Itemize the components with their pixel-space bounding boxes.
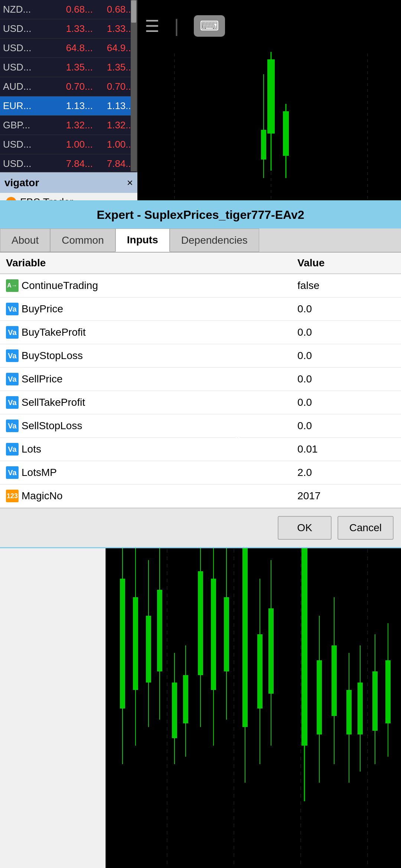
var-icon: Va xyxy=(6,349,19,362)
symbol-bid: 1.35... xyxy=(55,58,96,77)
ok-button[interactable]: OK xyxy=(278,516,331,540)
var-name: SellStopLoss xyxy=(22,420,82,432)
input-row: Va SellStopLoss 0.0 xyxy=(0,414,401,438)
symbol-name: AUD... xyxy=(0,77,55,96)
symbol-name: USD... xyxy=(0,39,55,58)
input-value[interactable]: 0.0 xyxy=(291,344,401,368)
svg-rect-29 xyxy=(198,571,203,675)
input-variable[interactable]: Va SellTakeProfit xyxy=(0,391,291,414)
symbol-row[interactable]: NZD... 0.68... 0.68... xyxy=(0,0,137,19)
input-value[interactable]: false xyxy=(291,274,401,297)
input-value[interactable]: 0.0 xyxy=(291,321,401,344)
svg-rect-4 xyxy=(267,59,275,134)
var-name: MagicNo xyxy=(22,490,62,502)
svg-rect-8 xyxy=(261,130,266,160)
navigator-title: vigator xyxy=(4,177,39,189)
input-variable[interactable]: Va BuyStopLoss xyxy=(0,344,291,368)
input-row: 123 MagicNo 2017 xyxy=(0,484,401,508)
expert-dialog-body: Variable Value A→ ContinueTrading false … xyxy=(0,253,401,508)
symbol-bid: 0.68... xyxy=(55,0,96,19)
svg-rect-19 xyxy=(133,597,138,690)
input-value[interactable]: 2017 xyxy=(291,484,401,508)
var-icon: Va xyxy=(6,326,19,339)
svg-rect-45 xyxy=(332,645,337,716)
symbol-row[interactable]: USD... 1.33... 1.33... xyxy=(0,19,137,39)
symbol-name: NZD... xyxy=(0,0,55,19)
input-value[interactable]: 0.01 xyxy=(291,438,401,461)
var-icon: Va xyxy=(6,420,19,432)
symbol-name: USD... xyxy=(0,58,55,77)
svg-rect-25 xyxy=(172,683,177,738)
svg-rect-6 xyxy=(283,111,289,156)
input-variable[interactable]: A→ ContinueTrading xyxy=(0,274,291,297)
var-icon: 123 xyxy=(6,490,19,502)
symbol-row[interactable]: AUD... 0.70... 0.70... xyxy=(0,77,137,96)
input-value[interactable]: 0.0 xyxy=(291,368,401,391)
var-name: Lots xyxy=(22,443,41,455)
var-name: BuyTakeProfit xyxy=(22,326,86,338)
hamburger-icon[interactable]: ☰ xyxy=(145,17,159,36)
symbol-name: EUR... xyxy=(0,96,55,116)
symbol-bid: 1.00... xyxy=(55,135,96,154)
svg-rect-33 xyxy=(224,597,229,671)
cancel-button[interactable]: Cancel xyxy=(338,516,394,540)
symbol-name: USD... xyxy=(0,135,55,154)
svg-rect-17 xyxy=(120,579,125,708)
keyboard-icon[interactable]: ⌨ xyxy=(194,15,225,37)
input-variable[interactable]: 123 MagicNo xyxy=(0,484,291,508)
symbol-bid: 1.13... xyxy=(55,96,96,116)
expert-tab-inputs[interactable]: Inputs xyxy=(115,228,170,252)
col-header-variable: Variable xyxy=(0,253,291,274)
navigator-close-button[interactable]: × xyxy=(127,177,133,189)
symbol-bid: 1.32... xyxy=(55,116,96,135)
var-name: SellPrice xyxy=(22,373,62,385)
symbol-row[interactable]: USD... 1.35... 1.35... xyxy=(0,58,137,77)
symbol-row[interactable]: USD... 1.00... 1.00... xyxy=(0,135,137,154)
var-icon: A→ xyxy=(6,279,19,292)
symbol-row[interactable]: USD... 64.8... 64.9... xyxy=(0,39,137,58)
expert-dialog-footer: OK Cancel xyxy=(0,508,401,547)
inputs-table: Variable Value A→ ContinueTrading false … xyxy=(0,253,401,508)
svg-rect-27 xyxy=(183,675,188,723)
input-row: Va Lots 0.01 xyxy=(0,438,401,461)
expert-dialog: Expert - SuplexPrices_tiger777-EAv2 Abou… xyxy=(0,200,401,548)
input-row: Va LotsMP 2.0 xyxy=(0,461,401,484)
var-name: BuyPrice xyxy=(22,303,63,315)
symbol-bid: 7.84... xyxy=(55,154,96,174)
input-variable[interactable]: Va BuyTakeProfit xyxy=(0,321,291,344)
expert-tab-common[interactable]: Common xyxy=(50,228,115,252)
symbol-bid: 0.70... xyxy=(55,77,96,96)
svg-rect-31 xyxy=(211,579,216,690)
input-value[interactable]: 2.0 xyxy=(291,461,401,484)
symbol-row[interactable]: GBP... 1.32... 1.32... xyxy=(0,116,137,135)
svg-rect-43 xyxy=(317,660,322,734)
scrollbar-thumb[interactable] xyxy=(131,0,136,23)
var-icon: Va xyxy=(6,396,19,409)
scrollbar[interactable] xyxy=(131,0,137,171)
svg-rect-51 xyxy=(372,671,378,731)
expert-tab-dependencies[interactable]: Dependencies xyxy=(170,228,259,252)
input-variable[interactable]: Va BuyPrice xyxy=(0,297,291,321)
symbol-bid: 64.8... xyxy=(55,39,96,58)
input-value[interactable]: 0.0 xyxy=(291,297,401,321)
expert-tab-about[interactable]: About xyxy=(0,228,50,252)
input-row: Va BuyStopLoss 0.0 xyxy=(0,344,401,368)
col-header-value: Value xyxy=(291,253,401,274)
svg-rect-47 xyxy=(346,690,352,734)
input-variable[interactable]: Va SellStopLoss xyxy=(0,414,291,438)
symbol-name: USD... xyxy=(0,19,55,39)
input-value[interactable]: 0.0 xyxy=(291,414,401,438)
symbol-row[interactable]: EUR... 1.13... 1.13... xyxy=(0,96,137,116)
var-name: ContinueTrading xyxy=(22,280,98,292)
var-icon: Va xyxy=(6,443,19,456)
input-variable[interactable]: Va Lots xyxy=(0,438,291,461)
input-variable[interactable]: Va SellPrice xyxy=(0,368,291,391)
var-icon: Va xyxy=(6,466,19,479)
input-value[interactable]: 0.0 xyxy=(291,391,401,414)
symbol-name: GBP... xyxy=(0,116,55,135)
symbol-row[interactable]: USD... 7.84... 7.84... xyxy=(0,154,137,174)
input-row: Va SellPrice 0.0 xyxy=(0,368,401,391)
input-row: Va BuyTakeProfit 0.0 xyxy=(0,321,401,344)
expert-tabs: AboutCommonInputsDependencies xyxy=(0,228,401,253)
input-variable[interactable]: Va LotsMP xyxy=(0,461,291,484)
